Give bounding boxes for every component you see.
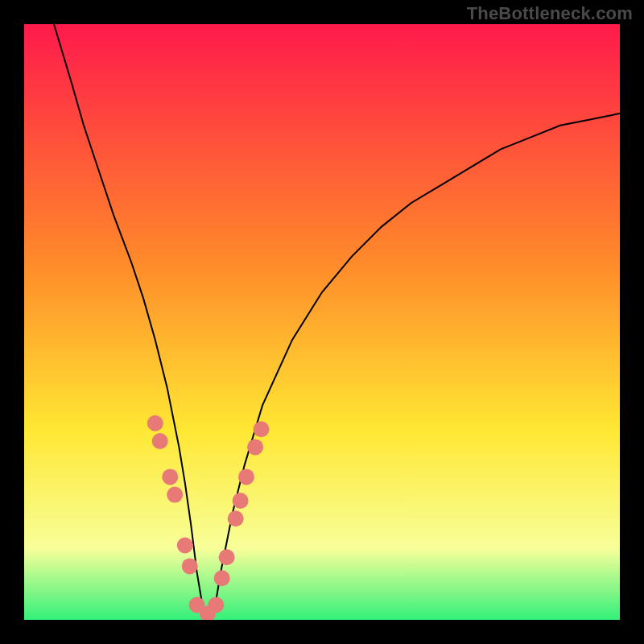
highlight-dot xyxy=(167,487,183,503)
chart-frame: TheBottleneck.com xyxy=(0,0,644,644)
highlight-dot xyxy=(219,549,235,565)
highlight-dot xyxy=(233,493,249,509)
highlight-dot xyxy=(254,421,270,437)
gradient-background xyxy=(24,24,620,620)
highlight-dot xyxy=(214,570,230,586)
highlight-dot xyxy=(208,597,224,613)
highlight-dot xyxy=(177,538,193,554)
highlight-dot xyxy=(182,558,198,574)
watermark-text: TheBottleneck.com xyxy=(467,3,633,24)
bottleneck-chart xyxy=(24,24,620,620)
highlight-dot xyxy=(228,510,244,526)
highlight-dot xyxy=(162,469,178,485)
highlight-dot xyxy=(147,415,163,431)
highlight-dot xyxy=(152,433,168,449)
highlight-dot xyxy=(247,439,263,455)
highlight-dot xyxy=(238,469,254,485)
